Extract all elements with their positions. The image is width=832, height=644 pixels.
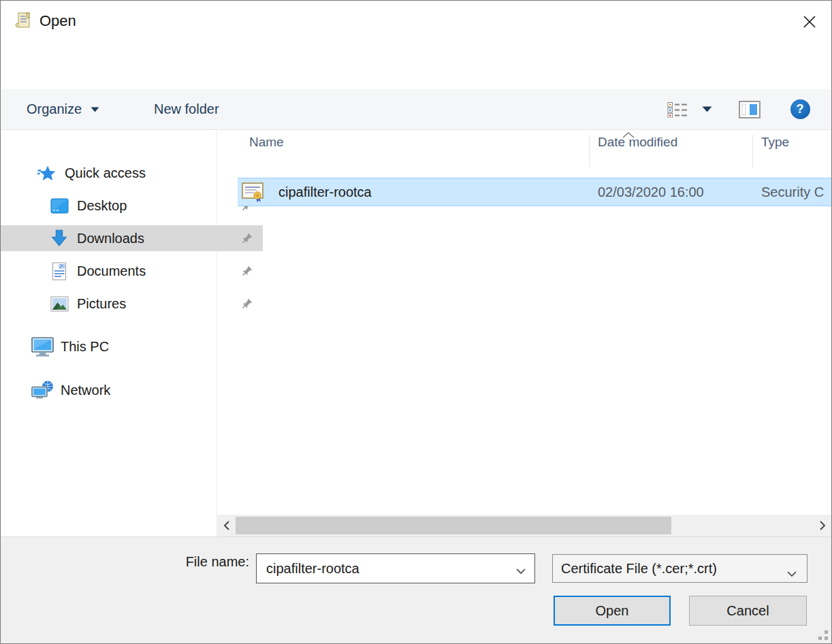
column-header-date-modified[interactable]: Date modified xyxy=(598,135,677,150)
downloads-icon xyxy=(47,229,71,247)
scrollbar-right-chevron-icon[interactable] xyxy=(815,519,830,532)
file-date-cell: 02/03/2020 16:00 xyxy=(598,178,704,206)
quick-access-star-icon xyxy=(35,165,59,181)
file-type-dropdown[interactable]: Certificate File (*.cer;*.crt) xyxy=(552,554,807,583)
caret-down-icon xyxy=(702,106,712,112)
open-button[interactable]: Open xyxy=(554,596,671,626)
computer-icon xyxy=(31,336,55,357)
scroll-icon xyxy=(14,11,33,30)
sidebar-item-label: Network xyxy=(61,383,110,398)
view-list-icon xyxy=(667,101,688,118)
column-header-name[interactable]: Name xyxy=(249,135,284,150)
column-header-type[interactable]: Type xyxy=(761,135,789,150)
navigation-bar: This PC Downloads xyxy=(1,42,831,89)
file-type-cell: Security C xyxy=(761,178,824,206)
dialog-footer: File name: Certificate File (*.cer;*.crt… xyxy=(1,536,831,643)
file-name-cell: cipafilter-rootca xyxy=(278,178,372,206)
sidebar-item-label: Quick access xyxy=(65,165,146,181)
file-name-input[interactable] xyxy=(257,554,534,583)
new-folder-button[interactable]: New folder xyxy=(154,89,219,129)
horizontal-scrollbar[interactable] xyxy=(217,515,832,536)
view-dropdown-button[interactable] xyxy=(697,89,717,129)
sidebar-item-quick-access[interactable]: Quick access xyxy=(1,160,251,186)
navigation-sidebar: Quick access Desktop xyxy=(1,130,217,536)
file-name-label: File name: xyxy=(110,554,249,570)
open-dialog-window: Open xyxy=(0,0,832,644)
network-icon xyxy=(31,380,55,400)
sidebar-item-this-pc[interactable]: This PC xyxy=(1,334,246,359)
certificate-icon xyxy=(242,182,263,203)
file-list: Name Date modified Type cipafilter-rootc… xyxy=(217,130,832,536)
resize-grip-icon[interactable] xyxy=(818,630,829,641)
title-bar: Open xyxy=(1,1,831,42)
scrollbar-left-chevron-icon[interactable] xyxy=(219,519,234,532)
desktop-icon xyxy=(47,198,71,214)
preview-pane-button[interactable] xyxy=(735,89,765,129)
sidebar-item-label: Desktop xyxy=(77,198,127,214)
pictures-icon xyxy=(47,296,71,312)
organize-button[interactable]: Organize xyxy=(27,89,99,129)
file-row-cipafilter-rootca[interactable]: cipafilter-rootca 02/03/2020 16:00 Secur… xyxy=(238,178,832,206)
help-button[interactable]: ? xyxy=(785,89,815,129)
new-folder-label: New folder xyxy=(154,101,219,117)
sidebar-item-label: Documents xyxy=(77,263,146,279)
sidebar-item-label: Downloads xyxy=(77,231,144,246)
file-type-value: Certificate File (*.cer;*.crt) xyxy=(561,561,717,577)
open-button-label: Open xyxy=(596,603,629,619)
command-toolbar: Organize New folder xyxy=(1,89,831,130)
preview-pane-icon xyxy=(739,101,761,118)
sidebar-item-label: This PC xyxy=(61,339,109,355)
dropdown-chevron-icon xyxy=(786,565,797,581)
scrollbar-thumb[interactable] xyxy=(236,517,671,534)
change-view-button[interactable] xyxy=(662,89,692,129)
main-area: Quick access Desktop xyxy=(1,130,831,536)
cancel-button-label: Cancel xyxy=(726,603,769,619)
window-title: Open xyxy=(39,1,76,42)
help-question-icon: ? xyxy=(790,99,810,119)
caret-down-icon xyxy=(91,107,99,112)
close-button[interactable] xyxy=(793,7,826,36)
organize-label: Organize xyxy=(27,101,82,117)
cancel-button[interactable]: Cancel xyxy=(689,596,807,626)
column-separator[interactable] xyxy=(589,135,590,167)
sidebar-item-label: Pictures xyxy=(77,296,126,312)
documents-icon xyxy=(47,262,71,280)
sidebar-item-network[interactable]: Network xyxy=(1,377,246,403)
close-icon xyxy=(801,14,818,30)
file-name-combobox[interactable] xyxy=(256,553,535,583)
column-separator[interactable] xyxy=(752,135,753,167)
combobox-chevron-icon[interactable] xyxy=(515,565,526,577)
